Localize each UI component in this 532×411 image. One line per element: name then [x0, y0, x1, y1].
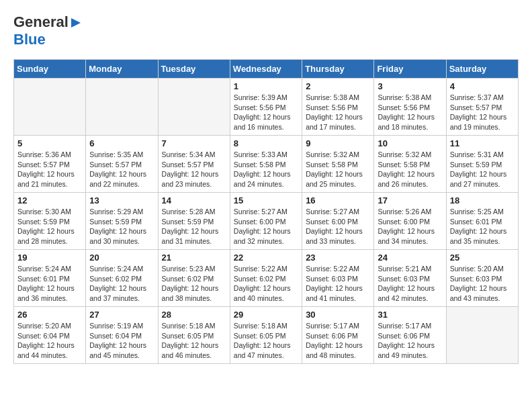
calendar-weekday-header: Monday — [86, 60, 158, 79]
day-number: 17 — [378, 195, 442, 205]
calendar-day-cell: 12Sunrise: 5:30 AMSunset: 5:59 PMDayligh… — [14, 193, 86, 250]
calendar-weekday-header: Tuesday — [158, 60, 230, 79]
calendar-day-cell: 7Sunrise: 5:34 AMSunset: 5:57 PMDaylight… — [158, 136, 230, 193]
calendar-weekday-header: Sunday — [14, 60, 86, 79]
day-info: Sunrise: 5:21 AMSunset: 6:03 PMDaylight:… — [378, 264, 442, 304]
calendar-body: 1Sunrise: 5:39 AMSunset: 5:56 PMDaylight… — [14, 79, 519, 364]
calendar-table: SundayMondayTuesdayWednesdayThursdayFrid… — [13, 59, 519, 364]
day-info: Sunrise: 5:32 AMSunset: 5:58 PMDaylight:… — [378, 150, 442, 189]
calendar-week-row: 1Sunrise: 5:39 AMSunset: 5:56 PMDaylight… — [14, 79, 519, 136]
calendar-weekday-header: Friday — [374, 60, 446, 79]
calendar-day-cell: 2Sunrise: 5:38 AMSunset: 5:56 PMDaylight… — [302, 79, 374, 136]
calendar-day-cell: 14Sunrise: 5:28 AMSunset: 5:59 PMDayligh… — [158, 193, 230, 250]
day-info: Sunrise: 5:22 AMSunset: 6:03 PMDaylight:… — [306, 264, 370, 304]
day-number: 7 — [162, 138, 226, 148]
day-number: 25 — [450, 253, 515, 263]
calendar-day-cell: 17Sunrise: 5:26 AMSunset: 6:00 PMDayligh… — [374, 193, 446, 250]
day-number: 9 — [306, 138, 370, 148]
day-info: Sunrise: 5:20 AMSunset: 6:03 PMDaylight:… — [450, 264, 515, 304]
day-number: 22 — [234, 253, 298, 263]
calendar-day-cell: 13Sunrise: 5:29 AMSunset: 5:59 PMDayligh… — [86, 193, 158, 250]
calendar-day-cell: 10Sunrise: 5:32 AMSunset: 5:58 PMDayligh… — [374, 136, 446, 193]
logo-text-general: General — [13, 13, 69, 31]
day-number: 20 — [89, 253, 154, 263]
day-info: Sunrise: 5:31 AMSunset: 5:59 PMDaylight:… — [450, 150, 515, 189]
calendar-day-cell: 9Sunrise: 5:32 AMSunset: 5:58 PMDaylight… — [302, 136, 374, 193]
day-info: Sunrise: 5:27 AMSunset: 6:00 PMDaylight:… — [234, 207, 298, 246]
logo: General Blue — [13, 13, 82, 48]
day-number: 11 — [450, 138, 515, 148]
day-info: Sunrise: 5:38 AMSunset: 5:56 PMDaylight:… — [306, 93, 370, 132]
calendar-week-row: 12Sunrise: 5:30 AMSunset: 5:59 PMDayligh… — [14, 193, 519, 250]
calendar-day-cell: 24Sunrise: 5:21 AMSunset: 6:03 PMDayligh… — [374, 250, 446, 307]
calendar-day-cell: 20Sunrise: 5:24 AMSunset: 6:02 PMDayligh… — [86, 250, 158, 307]
day-number: 6 — [89, 138, 154, 148]
logo-arrow-icon — [70, 17, 82, 29]
calendar-day-cell: 11Sunrise: 5:31 AMSunset: 5:59 PMDayligh… — [446, 136, 518, 193]
calendar-day-cell: 23Sunrise: 5:22 AMSunset: 6:03 PMDayligh… — [302, 250, 374, 307]
day-number: 29 — [234, 310, 298, 320]
day-info: Sunrise: 5:26 AMSunset: 6:00 PMDaylight:… — [378, 207, 442, 246]
day-number: 4 — [450, 81, 515, 91]
day-number: 3 — [378, 81, 442, 91]
calendar-day-cell: 6Sunrise: 5:35 AMSunset: 5:57 PMDaylight… — [86, 136, 158, 193]
day-info: Sunrise: 5:39 AMSunset: 5:56 PMDaylight:… — [234, 93, 298, 132]
calendar-day-cell: 31Sunrise: 5:17 AMSunset: 6:06 PMDayligh… — [374, 307, 446, 364]
day-number: 16 — [306, 195, 370, 205]
day-number: 23 — [306, 253, 370, 263]
calendar-day-cell — [446, 307, 518, 364]
day-info: Sunrise: 5:18 AMSunset: 6:05 PMDaylight:… — [234, 321, 298, 361]
calendar-day-cell: 19Sunrise: 5:24 AMSunset: 6:01 PMDayligh… — [14, 250, 86, 307]
calendar-day-cell: 28Sunrise: 5:18 AMSunset: 6:05 PMDayligh… — [158, 307, 230, 364]
day-info: Sunrise: 5:37 AMSunset: 5:57 PMDaylight:… — [450, 93, 515, 132]
day-number: 12 — [17, 195, 82, 205]
day-info: Sunrise: 5:28 AMSunset: 5:59 PMDaylight:… — [162, 207, 226, 246]
day-info: Sunrise: 5:27 AMSunset: 6:00 PMDaylight:… — [306, 207, 370, 246]
day-info: Sunrise: 5:25 AMSunset: 6:01 PMDaylight:… — [450, 207, 515, 246]
day-info: Sunrise: 5:38 AMSunset: 5:56 PMDaylight:… — [378, 93, 442, 132]
calendar-day-cell — [158, 79, 230, 136]
calendar-day-cell — [86, 79, 158, 136]
calendar-weekday-header: Wednesday — [230, 60, 302, 79]
calendar-day-cell: 30Sunrise: 5:17 AMSunset: 6:06 PMDayligh… — [302, 307, 374, 364]
day-info: Sunrise: 5:24 AMSunset: 6:01 PMDaylight:… — [17, 264, 82, 304]
day-info: Sunrise: 5:29 AMSunset: 5:59 PMDaylight:… — [89, 207, 154, 246]
calendar-day-cell: 29Sunrise: 5:18 AMSunset: 6:05 PMDayligh… — [230, 307, 302, 364]
calendar-day-cell: 1Sunrise: 5:39 AMSunset: 5:56 PMDaylight… — [230, 79, 302, 136]
day-number: 28 — [162, 310, 226, 320]
calendar-week-row: 5Sunrise: 5:36 AMSunset: 5:57 PMDaylight… — [14, 136, 519, 193]
day-info: Sunrise: 5:34 AMSunset: 5:57 PMDaylight:… — [162, 150, 226, 189]
calendar-day-cell — [14, 79, 86, 136]
day-info: Sunrise: 5:18 AMSunset: 6:05 PMDaylight:… — [162, 321, 226, 361]
day-info: Sunrise: 5:22 AMSunset: 6:02 PMDaylight:… — [234, 264, 298, 304]
day-number: 8 — [234, 138, 298, 148]
calendar-day-cell: 25Sunrise: 5:20 AMSunset: 6:03 PMDayligh… — [446, 250, 518, 307]
day-number: 10 — [378, 138, 442, 148]
calendar-header-row: SundayMondayTuesdayWednesdayThursdayFrid… — [14, 60, 519, 79]
calendar-day-cell: 26Sunrise: 5:20 AMSunset: 6:04 PMDayligh… — [14, 307, 86, 364]
day-number: 5 — [17, 138, 82, 148]
day-number: 30 — [306, 310, 370, 320]
calendar-weekday-header: Thursday — [302, 60, 374, 79]
calendar-day-cell: 4Sunrise: 5:37 AMSunset: 5:57 PMDaylight… — [446, 79, 518, 136]
day-number: 27 — [89, 310, 154, 320]
day-number: 2 — [306, 81, 370, 91]
day-number: 26 — [17, 310, 82, 320]
calendar-day-cell: 15Sunrise: 5:27 AMSunset: 6:00 PMDayligh… — [230, 193, 302, 250]
day-number: 1 — [234, 81, 298, 91]
day-info: Sunrise: 5:20 AMSunset: 6:04 PMDaylight:… — [17, 321, 82, 361]
calendar-weekday-header: Saturday — [446, 60, 518, 79]
calendar-day-cell: 18Sunrise: 5:25 AMSunset: 6:01 PMDayligh… — [446, 193, 518, 250]
day-info: Sunrise: 5:35 AMSunset: 5:57 PMDaylight:… — [89, 150, 154, 189]
day-number: 15 — [234, 195, 298, 205]
day-number: 14 — [162, 195, 226, 205]
day-info: Sunrise: 5:24 AMSunset: 6:02 PMDaylight:… — [89, 264, 154, 304]
calendar-day-cell: 5Sunrise: 5:36 AMSunset: 5:57 PMDaylight… — [14, 136, 86, 193]
calendar-week-row: 26Sunrise: 5:20 AMSunset: 6:04 PMDayligh… — [14, 307, 519, 364]
logo-text-blue: Blue — [13, 31, 46, 48]
day-number: 31 — [378, 310, 442, 320]
calendar-day-cell: 8Sunrise: 5:33 AMSunset: 5:58 PMDaylight… — [230, 136, 302, 193]
day-info: Sunrise: 5:23 AMSunset: 6:02 PMDaylight:… — [162, 264, 226, 304]
calendar-day-cell: 3Sunrise: 5:38 AMSunset: 5:56 PMDaylight… — [374, 79, 446, 136]
day-info: Sunrise: 5:32 AMSunset: 5:58 PMDaylight:… — [306, 150, 370, 189]
